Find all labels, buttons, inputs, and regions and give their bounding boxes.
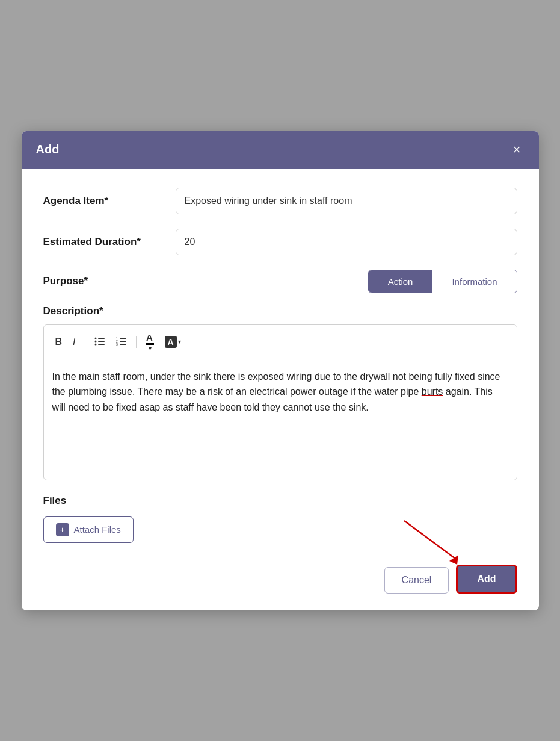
- svg-marker-13: [449, 555, 458, 565]
- toolbar-separator-1: [85, 336, 85, 348]
- information-toggle-button[interactable]: Information: [432, 270, 516, 293]
- agenda-item-group: Agenda Item*: [43, 188, 517, 214]
- italic-button[interactable]: I: [69, 334, 79, 350]
- svg-rect-11: [120, 344, 126, 345]
- attach-files-label: Attach Files: [74, 524, 121, 535]
- font-color-chevron: ▾: [149, 345, 152, 352]
- rich-editor: B I: [43, 324, 517, 480]
- editor-toolbar: B I: [44, 325, 517, 359]
- modal-header: Add ×: [22, 131, 539, 169]
- font-color-button[interactable]: A ▾: [141, 330, 158, 354]
- add-modal: Add × Agenda Item* Estimated Duration* P…: [22, 131, 539, 610]
- bullet-list-icon: [94, 336, 105, 347]
- svg-rect-3: [98, 338, 105, 339]
- description-section: Description* B I: [43, 305, 517, 480]
- svg-point-1: [94, 341, 96, 343]
- description-label: Description*: [43, 305, 517, 317]
- action-toggle-button[interactable]: Action: [369, 270, 432, 293]
- toolbar-separator-2: [136, 336, 137, 348]
- svg-rect-4: [98, 341, 105, 342]
- font-color-label: A: [146, 332, 153, 343]
- purpose-label: Purpose*: [43, 275, 164, 287]
- bg-color-label: A: [165, 336, 177, 348]
- modal-body: Agenda Item* Estimated Duration* Purpose…: [22, 169, 539, 610]
- svg-rect-9: [120, 338, 126, 339]
- estimated-duration-input[interactable]: [176, 229, 517, 255]
- cancel-button[interactable]: Cancel: [384, 567, 449, 594]
- svg-point-2: [94, 344, 96, 346]
- bg-color-button[interactable]: A ▾: [161, 333, 185, 350]
- numbered-list-button[interactable]: 1 2 3: [112, 333, 131, 350]
- estimated-duration-group: Estimated Duration*: [43, 229, 517, 255]
- estimated-duration-label: Estimated Duration*: [43, 236, 164, 248]
- agenda-item-label: Agenda Item*: [43, 195, 164, 207]
- attach-files-button[interactable]: + Attach Files: [43, 516, 134, 543]
- close-button[interactable]: ×: [509, 142, 525, 158]
- svg-line-12: [404, 521, 455, 559]
- attach-plus-icon: +: [56, 523, 69, 536]
- bullet-list-button[interactable]: [90, 333, 109, 350]
- svg-text:3: 3: [116, 343, 118, 346]
- svg-rect-5: [98, 344, 105, 345]
- footer-actions: Cancel Add: [43, 560, 517, 594]
- bg-color-chevron: ▾: [178, 338, 181, 345]
- svg-point-0: [94, 338, 96, 339]
- files-label: Files: [43, 495, 517, 507]
- numbered-list-icon: 1 2 3: [116, 336, 127, 347]
- svg-rect-10: [120, 341, 126, 342]
- bold-button[interactable]: B: [51, 334, 67, 350]
- misspelled-word: burts: [422, 386, 443, 397]
- modal-title: Add: [36, 143, 60, 157]
- agenda-item-input[interactable]: [176, 188, 517, 214]
- modal-overlay: Add × Agenda Item* Estimated Duration* P…: [0, 0, 560, 741]
- purpose-toggle: Action Information: [368, 270, 517, 293]
- add-button[interactable]: Add: [456, 565, 517, 594]
- description-text: In the main staff room, under the sink t…: [52, 371, 500, 412]
- editor-content[interactable]: In the main staff room, under the sink t…: [44, 359, 517, 480]
- purpose-group: Purpose* Action Information: [43, 270, 517, 293]
- arrow-annotation: [398, 518, 464, 566]
